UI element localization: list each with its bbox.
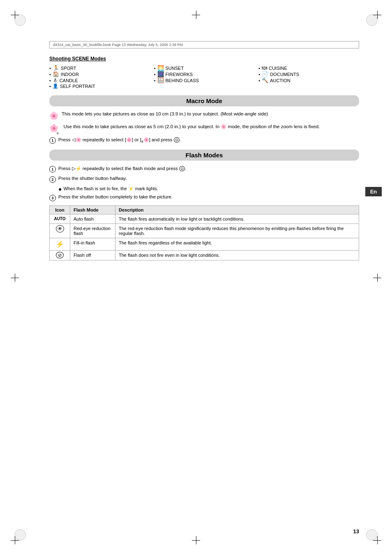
candle-bullet: • <box>49 78 51 83</box>
flash-mode-fillin: Fill-in flash <box>70 238 115 250</box>
sunset-icon-sym: 🌅 <box>157 65 164 71</box>
flash-modes-header: Flash Modes <box>49 150 359 161</box>
scene-col1: • 🏃 SPORT • 🏠 INDOOR • 🕯 CANDLE <box>49 65 150 89</box>
candle-label: CANDLE <box>60 78 78 83</box>
flash-step2: 2 Press the shutter button halfway. <box>49 176 359 183</box>
flash-icon-redeye: 👁 <box>50 223 70 238</box>
page: d4324_oai_basic_00_bookfile.book Page 13… <box>0 0 392 555</box>
auction-icon-sym: 🔨 <box>262 77 268 83</box>
cross-mark-br <box>373 536 381 544</box>
flash-mode-off: Flash off <box>70 250 115 260</box>
flash-step2-sub: ● When the flash is set to fire, the ⚡ m… <box>58 186 359 192</box>
cross-mark-bm <box>192 536 200 544</box>
auction-label: AUCTION <box>270 78 291 83</box>
sport-icon: • <box>49 66 51 71</box>
flash-table-header-mode: Flash Mode <box>70 205 115 214</box>
flash-desc-off: The flash does not fire even in low ligh… <box>115 250 359 260</box>
behindglass-label: BEHIND GLASS <box>166 78 199 83</box>
macro-item-1-text: This mode lets you take pictures as clos… <box>62 111 268 116</box>
documents-label: DOCUMENTS <box>270 72 299 77</box>
macro-item-1: 🌸 This mode lets you take pictures as cl… <box>49 111 359 120</box>
flash-step2-text: Press the shutter button halfway. <box>58 176 127 181</box>
flash-modes-section: Flash Modes 1 Press ▷⚡ repeatedly to sel… <box>49 150 359 260</box>
sunset-label: SUNSET <box>166 66 184 71</box>
shooting-scene-title: Shooting SCENE Modes <box>49 56 359 62</box>
selfportrait-icon-sym: 👤 <box>53 83 58 89</box>
flash-desc-fillin: The flash fires regardless of the availa… <box>115 238 359 250</box>
cuisine-label: CUISINE <box>269 66 287 71</box>
cross-mark-tr <box>373 11 381 19</box>
cross-mark-tl <box>11 11 19 19</box>
flash-step3-num: 3 <box>49 195 56 201</box>
flash-step2-num: 2 <box>49 176 56 183</box>
cross-mark-ml <box>11 274 19 282</box>
scene-item-indoor: • 🏠 INDOOR <box>49 71 150 77</box>
cross-mark-mr <box>373 274 381 282</box>
fireworks-label: FIREWORKS <box>166 72 193 77</box>
flash-table-row-fillin: ⚡ Fill-in flash The flash fires regardle… <box>50 238 359 250</box>
flash-table-row-redeye: 👁 Red-eye reduction flash The red-eye re… <box>50 223 359 238</box>
behindglass-icon-sym: 🪟 <box>157 77 164 83</box>
flash-step1-num: 1 <box>49 166 56 173</box>
selfportrait-label: SELF PORTRAIT <box>60 84 95 89</box>
flash-desc-auto: The flash fires automatically in low lig… <box>115 214 359 223</box>
macro-flower-icon-2: 🌸s <box>49 124 60 134</box>
macro-step1-text: Press ◁🌸 repeatedly to select [🌸] or [s🌸… <box>58 137 181 143</box>
flash-icon-off: ⊘ <box>50 250 70 260</box>
indoor-label: INDOOR <box>61 72 79 77</box>
flash-step2-sub-text: When the flash is set to fire, the ⚡ mar… <box>63 186 158 191</box>
flash-desc-redeye: The red-eye reduction flash mode signifi… <box>115 223 359 238</box>
sport-label: SPORT <box>61 66 76 71</box>
scene-item-cuisine: • 🍽 CUISINE <box>258 65 359 71</box>
cuisine-bullet: • <box>258 66 260 71</box>
scene-item-sport: • 🏃 SPORT <box>49 65 150 71</box>
behindglass-bullet: • <box>154 78 156 83</box>
scene-item-selfportrait: • 👤 SELF PORTRAIT <box>49 83 150 89</box>
indoor-bullet: • <box>49 72 51 77</box>
scene-modes-grid: • 🏃 SPORT • 🏠 INDOOR • 🕯 CANDLE <box>49 65 359 89</box>
macro-mode-section: Macro Mode 🌸 This mode lets you take pic… <box>49 95 359 144</box>
scene-col3: • 🍽 CUISINE • 📄 DOCUMENTS • 🔨 AUCTION <box>258 65 359 89</box>
indoor-icon-sym: 🏠 <box>53 71 59 77</box>
macro-mode-header: Macro Mode <box>49 95 359 106</box>
fireworks-icon-sym: 🎆 <box>157 71 164 77</box>
cross-mark-tm <box>192 11 200 19</box>
flash-step1: 1 Press ▷⚡ repeatedly to select the flas… <box>49 166 359 173</box>
cuisine-icon-sym: 🍽 <box>262 65 267 71</box>
macro-item-2: 🌸s Use this mode to take pictures as clo… <box>49 124 359 134</box>
flash-table-header-icon: Icon <box>50 205 70 214</box>
file-header: d4324_oai_basic_00_bookfile.book Page 13… <box>49 41 359 48</box>
flash-step2-bullet: ● <box>58 186 62 192</box>
scene-item-behindglass: • 🪟 BEHIND GLASS <box>154 77 255 83</box>
flash-mode-auto: Auto flash <box>70 214 115 223</box>
auction-bullet: • <box>258 78 260 83</box>
macro-step1-num: 1 <box>49 137 56 144</box>
cross-mark-bl <box>11 536 19 544</box>
flash-mode-redeye: Red-eye reduction flash <box>70 223 115 238</box>
macro-item-2-text: Use this mode to take pictures as close … <box>64 124 320 129</box>
selfportrait-bullet: • <box>49 84 51 89</box>
flash-step3: 3 Press the shutter button completely to… <box>49 194 359 201</box>
flash-table-row-off: ⊘ Flash off The flash does not fire even… <box>50 250 359 260</box>
macro-flower-icon-1: 🌸 <box>49 111 58 120</box>
flash-table: Icon Flash Mode Description AUTO Auto fl… <box>49 205 359 260</box>
scene-col2: • 🌅 SUNSET • 🎆 FIREWORKS • 🪟 BEHIND GLAS… <box>154 65 255 89</box>
flash-icon-fillin: ⚡ <box>50 238 70 250</box>
flash-table-header-row: Icon Flash Mode Description <box>50 205 359 214</box>
flash-icon-auto: AUTO <box>50 214 70 223</box>
scene-item-sunset: • 🌅 SUNSET <box>154 65 255 71</box>
fireworks-bullet: • <box>154 72 156 77</box>
scene-item-fireworks: • 🎆 FIREWORKS <box>154 71 255 77</box>
candle-icon-sym: 🕯 <box>53 77 58 83</box>
scene-item-candle: • 🕯 CANDLE <box>49 77 150 83</box>
scene-item-auction: • 🔨 AUCTION <box>258 77 359 83</box>
scene-item-documents: • 📄 DOCUMENTS <box>258 71 359 77</box>
macro-step1: 1 Press ◁🌸 repeatedly to select [🌸] or [… <box>49 137 359 144</box>
documents-bullet: • <box>258 72 260 77</box>
flash-step1-text: Press ▷⚡ repeatedly to select the flash … <box>58 166 186 171</box>
flash-table-row-auto: AUTO Auto flash The flash fires automati… <box>50 214 359 223</box>
shooting-scene-section: Shooting SCENE Modes • 🏃 SPORT • 🏠 INDOO… <box>49 56 359 89</box>
documents-icon-sym: 📄 <box>262 71 268 77</box>
main-content: d4324_oai_basic_00_bookfile.book Page 13… <box>49 41 359 506</box>
en-badge: En <box>365 187 382 196</box>
